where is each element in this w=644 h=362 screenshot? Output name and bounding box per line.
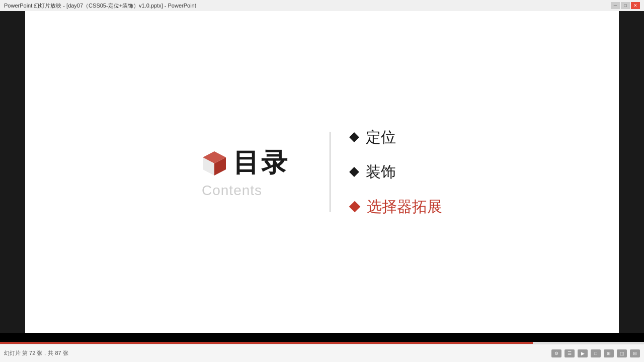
status-icon-3: ▶ (578, 349, 588, 357)
menu-item-1[interactable]: 定位 (351, 127, 442, 148)
diamond-icon-1 (349, 132, 359, 142)
title-bar-text: PowerPoint 幻灯片放映 - [day07（CSS05-定位+装饰）v1… (4, 2, 196, 10)
divider (330, 132, 331, 212)
title-bar-controls: ─ □ ✕ (611, 2, 640, 9)
status-bar: 幻灯片 第 72 张，共 87 张 ⚙ ☰ ▶ □ ⊞ ◫ ⊟ (0, 344, 644, 362)
status-icon-1: ⚙ (551, 349, 561, 357)
status-icon-2: ☰ (565, 349, 575, 357)
main-title: 目录 (233, 145, 289, 180)
title-block: 目录 Contents (202, 145, 309, 199)
sub-title: Contents (202, 183, 262, 199)
logo-title-row: 目录 (202, 145, 289, 180)
menu-text-1: 定位 (366, 127, 396, 148)
restore-button[interactable]: □ (621, 2, 630, 9)
diamond-icon-red (349, 201, 361, 213)
diamond-icon-2 (349, 167, 359, 177)
slide-container: 目录 Contents 定位 装饰 选择器拓展 (25, 11, 619, 333)
menu-item-3[interactable]: 选择器拓展 (351, 197, 442, 217)
menu-text-2: 装饰 (366, 162, 396, 183)
slide-content: 目录 Contents 定位 装饰 选择器拓展 (25, 11, 619, 333)
menu-item-2[interactable]: 装饰 (351, 162, 442, 183)
title-bar: PowerPoint 幻灯片放映 - [day07（CSS05-定位+装饰）v1… (0, 0, 644, 11)
slide-info: 幻灯片 第 72 张，共 87 张 (4, 349, 68, 357)
logo-icon (202, 150, 227, 175)
menu-text-3: 选择器拓展 (367, 197, 442, 217)
status-icon-6: ◫ (617, 349, 627, 357)
close-button[interactable]: ✕ (631, 2, 640, 9)
status-icon-4: □ (591, 349, 601, 357)
right-bar (619, 11, 644, 333)
status-right: ⚙ ☰ ▶ □ ⊞ ◫ ⊟ (551, 349, 640, 357)
minimize-button[interactable]: ─ (611, 2, 620, 9)
left-bar (0, 11, 25, 333)
content-layout: 目录 Contents 定位 装饰 选择器拓展 (202, 127, 442, 217)
status-icon-5: ⊞ (604, 349, 614, 357)
status-icon-7: ⊟ (630, 349, 640, 357)
menu-list: 定位 装饰 选择器拓展 (351, 127, 442, 217)
